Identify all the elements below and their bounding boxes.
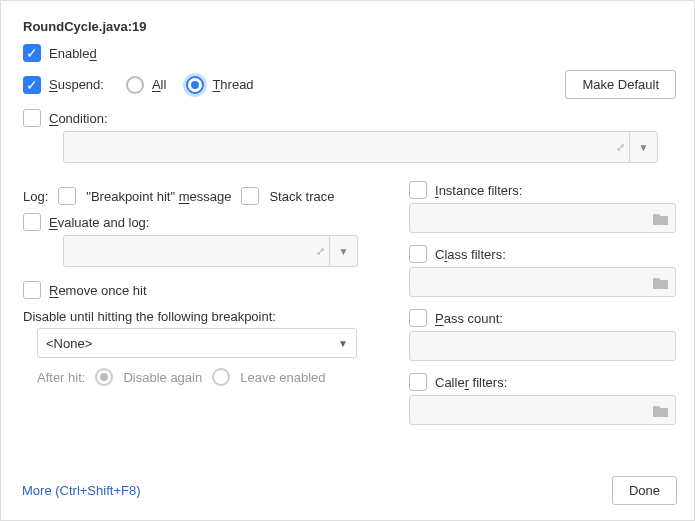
disable-until-label: Disable until hitting the following brea… <box>23 309 383 324</box>
disable-until-select[interactable]: <None> ▼ <box>37 328 357 358</box>
pass-count-label: Pass count: <box>435 311 503 326</box>
evaluate-log-input[interactable]: ⤢ ▼ <box>63 235 358 267</box>
caller-filters-input[interactable] <box>409 395 676 425</box>
suspend-checkbox[interactable]: ✓ <box>23 76 41 94</box>
log-bphit-label: "Breakpoint hit" message <box>86 189 231 204</box>
caller-filters-checkbox[interactable] <box>409 373 427 391</box>
pass-count-input[interactable] <box>409 331 676 361</box>
instance-filters-checkbox[interactable] <box>409 181 427 199</box>
folder-icon[interactable] <box>653 212 669 225</box>
enabled-checkbox[interactable]: ✓ <box>23 44 41 62</box>
condition-checkbox[interactable] <box>23 109 41 127</box>
suspend-thread-label: Thread <box>212 77 253 92</box>
suspend-thread-radio[interactable] <box>186 76 204 94</box>
disable-until-value: <None> <box>46 336 92 351</box>
suspend-all-label: All <box>152 77 166 92</box>
expand-icon[interactable]: ⤢ <box>316 245 323 258</box>
suspend-label: Suspend: <box>49 77 104 92</box>
log-stack-checkbox[interactable] <box>241 187 259 205</box>
breakpoint-title: RoundCycle.java:19 <box>23 19 676 34</box>
make-default-button[interactable]: Make Default <box>565 70 676 99</box>
after-hit-leave-enabled-label: Leave enabled <box>240 370 325 385</box>
instance-filters-label: Instance filters: <box>435 183 522 198</box>
caller-filters-label: Caller filters: <box>435 375 507 390</box>
more-link[interactable]: More (Ctrl+Shift+F8) <box>22 483 140 498</box>
class-filters-label: Class filters: <box>435 247 506 262</box>
condition-history-dropdown[interactable]: ▼ <box>629 132 657 162</box>
log-stack-label: Stack trace <box>269 189 334 204</box>
done-button[interactable]: Done <box>612 476 677 505</box>
remove-once-hit-label: Remove once hit <box>49 283 147 298</box>
after-hit-leave-enabled-radio <box>212 368 230 386</box>
pass-count-checkbox[interactable] <box>409 309 427 327</box>
remove-once-hit-checkbox[interactable] <box>23 281 41 299</box>
log-label: Log: <box>23 189 48 204</box>
after-hit-disable-again-radio <box>95 368 113 386</box>
evaluate-log-checkbox[interactable] <box>23 213 41 231</box>
condition-input[interactable]: ⤢ ▼ <box>63 131 658 163</box>
after-hit-disable-again-label: Disable again <box>123 370 202 385</box>
evaluate-log-label: Evaluate and log: <box>49 215 149 230</box>
chevron-down-icon: ▼ <box>338 338 348 349</box>
after-hit-label: After hit: <box>37 370 85 385</box>
instance-filters-input[interactable] <box>409 203 676 233</box>
suspend-all-radio[interactable] <box>126 76 144 94</box>
class-filters-input[interactable] <box>409 267 676 297</box>
evaluate-log-history-dropdown[interactable]: ▼ <box>329 236 357 266</box>
condition-label: Condition: <box>49 111 108 126</box>
class-filters-checkbox[interactable] <box>409 245 427 263</box>
enabled-label: Enabled <box>49 46 97 61</box>
log-bphit-checkbox[interactable] <box>58 187 76 205</box>
folder-icon[interactable] <box>653 276 669 289</box>
folder-icon[interactable] <box>653 404 669 417</box>
expand-icon[interactable]: ⤢ <box>616 141 623 154</box>
